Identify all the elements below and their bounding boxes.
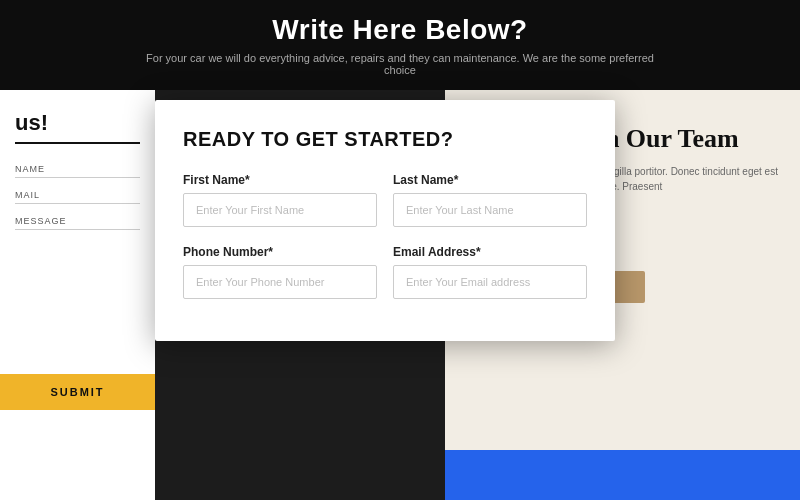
- mail-underline: [15, 203, 140, 204]
- email-input[interactable]: [393, 265, 587, 299]
- last-name-input[interactable]: [393, 193, 587, 227]
- first-name-label: First Name*: [183, 173, 377, 187]
- contact-row: Phone Number* Email Address*: [183, 245, 587, 299]
- phone-group: Phone Number*: [183, 245, 377, 299]
- first-name-input[interactable]: [183, 193, 377, 227]
- email-label: Email Address*: [393, 245, 587, 259]
- message-label: MESSAGE: [15, 216, 140, 226]
- left-contact-panel: us! NAME MAIL MESSAGE SUBMIT: [0, 90, 155, 500]
- modal-title: Ready To Get Started?: [183, 128, 587, 151]
- get-started-modal: Ready To Get Started? First Name* Last N…: [155, 100, 615, 341]
- name-underline: [15, 177, 140, 178]
- last-name-group: Last Name*: [393, 173, 587, 227]
- email-group: Email Address*: [393, 245, 587, 299]
- hero-section: Write Here Below? For your car we will d…: [0, 0, 800, 90]
- hero-title: Write Here Below?: [272, 14, 527, 46]
- phone-label: Phone Number*: [183, 245, 377, 259]
- hero-subtitle: For your car we will do everything advic…: [140, 52, 660, 76]
- name-row: First Name* Last Name*: [183, 173, 587, 227]
- submit-button[interactable]: SUBMIT: [0, 374, 155, 410]
- left-panel-title: us!: [15, 110, 140, 144]
- message-underline: [15, 229, 140, 230]
- phone-input[interactable]: [183, 265, 377, 299]
- first-name-group: First Name*: [183, 173, 377, 227]
- name-label: NAME: [15, 164, 140, 174]
- mail-label: MAIL: [15, 190, 140, 200]
- blue-bottom-bar: [445, 450, 800, 500]
- last-name-label: Last Name*: [393, 173, 587, 187]
